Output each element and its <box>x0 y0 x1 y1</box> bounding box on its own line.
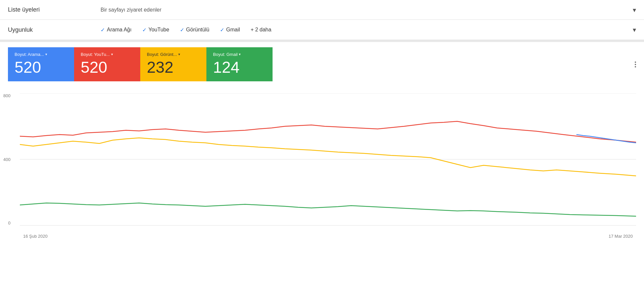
metric-card-youtube-title: Boyut: YouTu... ▾ <box>81 52 134 57</box>
tag-youtube[interactable]: ✓ YouTube <box>142 27 169 33</box>
uygunluk-row: Uygunluk ✓ Arama Ağı ✓ YouTube ✓ Görüntü… <box>0 20 644 40</box>
uygunluk-label: Uygunluk <box>8 26 101 33</box>
chart-line-green <box>20 203 636 216</box>
metric-card-gmail-title: Boyut: Gmail ▾ <box>213 52 266 57</box>
y-label-800: 800 <box>3 93 11 98</box>
metric-card-youtube[interactable]: Boyut: YouTu... ▾ 520 <box>74 47 140 81</box>
cards-wrapper: Boyut: Arama... ▾ 520 Boyut: YouTu... ▾ … <box>0 42 644 87</box>
metric-card-arama[interactable]: Boyut: Arama... ▾ 520 <box>8 47 74 81</box>
tag-gmail[interactable]: ✓ Gmail <box>220 27 240 33</box>
x-axis-labels: 16 Şub 2020 17 Mar 2020 <box>20 234 636 239</box>
metric-card-youtube-value: 520 <box>81 60 134 75</box>
plus-more-label[interactable]: + 2 daha <box>251 27 272 33</box>
metric-card-arama-value: 520 <box>15 60 67 75</box>
metric-card-goruntulu-title: Boyut: Görünt... ▾ <box>147 52 200 57</box>
chart-container: 800 400 0 16 Şub 2020 17 Mar 2020 <box>0 87 644 245</box>
metric-card-gmail[interactable]: Boyut: Gmail ▾ 124 <box>206 47 273 81</box>
check-icon-goruntulu: ✓ <box>180 27 184 33</box>
y-label-0: 0 <box>8 221 10 225</box>
chart-svg <box>20 93 636 239</box>
dropdown-arrow-gmail[interactable]: ▾ <box>239 52 241 57</box>
metric-card-arama-title: Boyut: Arama... ▾ <box>15 52 67 57</box>
tag-gmail-label: Gmail <box>226 27 240 33</box>
dropdown-arrow-goruntulu[interactable]: ▾ <box>178 52 180 57</box>
x-label-start: 16 Şub 2020 <box>23 234 48 239</box>
dropdown-arrow-arama[interactable]: ▾ <box>45 52 47 57</box>
metric-card-goruntulu-value: 232 <box>147 60 200 75</box>
uygunluk-chevron[interactable]: ▾ <box>633 26 636 34</box>
tag-goruntulu[interactable]: ✓ Görüntülü <box>180 27 209 33</box>
chart-area: 800 400 0 16 Şub 2020 17 Mar 2020 <box>20 93 636 239</box>
chart-line-blue <box>577 135 636 143</box>
metric-card-gmail-value: 124 <box>213 60 266 75</box>
dot2 <box>635 64 636 65</box>
dot1 <box>635 61 636 63</box>
y-label-400: 400 <box>3 157 11 162</box>
dot3 <box>635 66 636 67</box>
liste-uyeleri-chevron[interactable]: ▾ <box>633 6 636 14</box>
tag-youtube-label: YouTube <box>149 27 169 33</box>
uygunluk-tags: ✓ Arama Ağı ✓ YouTube ✓ Görüntülü ✓ Gmai… <box>101 27 633 33</box>
liste-uyeleri-row: Liste üyeleri Bir sayfayı ziyaret edenle… <box>0 0 644 20</box>
check-icon-youtube: ✓ <box>142 27 147 33</box>
chart-line-yellow <box>20 138 636 176</box>
x-label-end: 17 Mar 2020 <box>609 234 633 239</box>
tag-arama-label: Arama Ağı <box>107 27 132 33</box>
tag-goruntulu-label: Görüntülü <box>186 27 209 33</box>
chart-line-red <box>20 121 636 142</box>
dropdown-arrow-youtube[interactable]: ▾ <box>111 52 113 57</box>
y-axis-labels: 800 400 0 <box>3 93 11 225</box>
liste-uyeleri-label: Liste üyeleri <box>8 6 101 13</box>
more-options-button[interactable] <box>635 61 636 67</box>
tag-arama-agi[interactable]: ✓ Arama Ağı <box>101 27 132 33</box>
liste-uyeleri-value: Bir sayfayı ziyaret edenler <box>101 7 633 13</box>
metric-card-goruntulu[interactable]: Boyut: Görünt... ▾ 232 <box>140 47 206 81</box>
metric-cards: Boyut: Arama... ▾ 520 Boyut: YouTu... ▾ … <box>0 42 280 87</box>
check-icon-gmail: ✓ <box>220 27 224 33</box>
check-icon-arama: ✓ <box>101 27 105 33</box>
